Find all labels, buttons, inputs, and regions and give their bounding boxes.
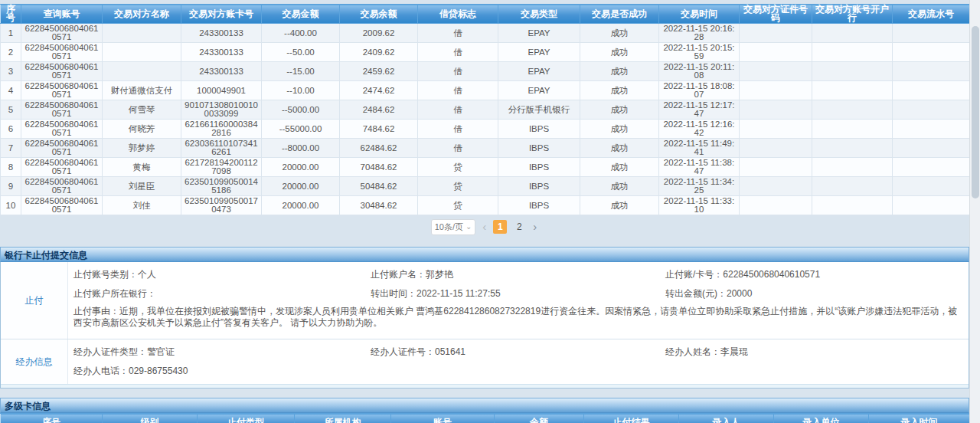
table-cell: --50.00 (262, 43, 340, 62)
table-cell: 6228450068040610571 (21, 139, 103, 158)
transactions-body: 16228450068040610571243300133--400.00200… (1, 24, 970, 215)
table-cell: --400.00 (262, 24, 340, 43)
table-cell (812, 100, 893, 120)
column-header[interactable]: 录入单位 (774, 414, 869, 423)
table-cell (812, 177, 893, 196)
table-cell: 7 (1, 139, 21, 158)
table-row[interactable]: 16228450068040610571243300133--400.00200… (1, 24, 970, 43)
column-header[interactable]: 交易对方账号开户行 (812, 5, 893, 24)
column-header[interactable]: 账号 (391, 414, 495, 423)
table-row[interactable]: 46228450068040610571财付通微信支付1000049901--1… (1, 81, 970, 100)
prev-page-button[interactable]: ‹ (481, 221, 488, 232)
table-cell: 成功 (580, 196, 659, 215)
table-cell: 1000049901 (181, 81, 262, 100)
column-header[interactable]: 序号 (1, 5, 21, 24)
table-cell: 10 (1, 196, 21, 215)
column-header[interactable]: 止付结果 (584, 414, 679, 423)
page: 序号查询账号交易对方名称交易对方账卡号交易金额交易余额借贷标志交易类型交易是否成… (0, 0, 969, 423)
panel-footer-strip (1, 384, 969, 388)
column-header[interactable]: 余额 (495, 414, 584, 423)
table-cell (103, 24, 181, 43)
table-cell: 财付通微信支付 (103, 81, 181, 100)
table-cell (740, 81, 812, 100)
vertical-scrollbar[interactable] (969, 0, 980, 423)
column-header[interactable]: 序号 (1, 414, 103, 423)
next-page-button[interactable]: › (531, 221, 538, 232)
column-header[interactable]: 交易是否成功 (580, 5, 659, 24)
column-header[interactable]: 止付类型 (198, 414, 295, 423)
table-cell: 4 (1, 81, 21, 100)
table-row[interactable]: 26228450068040610571243300133--50.002409… (1, 43, 970, 62)
table-row[interactable]: 56228450068040610571何雪琴90107130801001000… (1, 100, 970, 120)
column-header[interactable]: 借贷标志 (418, 5, 498, 24)
table-row[interactable]: 96228450068040610571刘星臣62350109905001451… (1, 177, 970, 196)
table-row[interactable]: 66228450068040610571何晓芳62166116000038428… (1, 120, 970, 139)
scrollbar-thumb[interactable] (972, 26, 979, 198)
section-label-stop-payment: 止付 (1, 262, 68, 339)
table-cell: 6 (1, 120, 21, 139)
column-header[interactable]: 交易时间 (659, 5, 740, 24)
column-header[interactable]: 交易余额 (340, 5, 418, 24)
table-cell: 70484.62 (340, 158, 418, 177)
table-cell: 2484.62 (340, 100, 418, 120)
table-cell: 何雪琴 (103, 100, 181, 120)
column-header[interactable]: 级别 (103, 414, 198, 423)
table-cell: 借 (418, 81, 498, 100)
table-cell: --5000.00 (262, 100, 340, 120)
column-header[interactable]: 查询账号 (21, 5, 103, 24)
stop-payment-fields-row1: 止付账号类别：个人止付账户名：郭梦艳止付账/卡号：622845006804061… (74, 264, 964, 283)
column-header[interactable]: 录入时间 (869, 414, 970, 423)
table-cell: 2022-11-15 11:49:41 (659, 139, 740, 158)
table-cell: 5 (1, 100, 21, 120)
table-cell (812, 81, 893, 100)
table-cell: EPAY (498, 24, 580, 43)
form-field: 止付账户名：郭梦艳 (371, 268, 665, 281)
table-cell: EPAY (498, 81, 580, 100)
page-number-1[interactable]: 1 (493, 220, 507, 234)
table-cell: 6217281942001127098 (181, 158, 262, 177)
table-cell: 借 (418, 100, 498, 120)
column-header[interactable]: 交易对方名称 (103, 5, 181, 24)
table-cell: 黄梅 (103, 158, 181, 177)
column-header[interactable]: 录入人 (679, 414, 774, 423)
table-row[interactable]: 106228450068040610571刘佳62350109905001704… (1, 196, 970, 215)
form-field: 经办人证件号：051641 (371, 346, 665, 359)
table-cell: 贷 (418, 177, 498, 196)
table-cell: 借 (418, 62, 498, 81)
stop-payment-panel: 银行卡止付提交信息 止付 止付账号类别：个人止付账户名：郭梦艳止付账/卡号：62… (0, 247, 969, 389)
table-cell (740, 62, 812, 81)
table-cell: 9010713080100100033099 (181, 100, 262, 120)
column-header[interactable]: 交易对方账卡号 (181, 5, 262, 24)
agent-fields-row1: 经办人证件类型：警官证经办人证件号：051641经办人姓名：李晨琨 (74, 341, 964, 360)
page-number-2[interactable]: 2 (512, 220, 526, 234)
table-row[interactable]: 76228450068040610571郭梦婷62303611010734162… (1, 139, 970, 158)
column-header[interactable]: 交易对方证件号码 (740, 5, 812, 24)
form-field: 经办人证件类型：警官证 (74, 346, 371, 359)
table-cell: 成功 (580, 120, 659, 139)
table-cell: 2022-11-15 20:11:08 (659, 62, 740, 81)
multi-card-panel: 多级卡信息 序号级别止付类型所属机构账号余额止付结果录入人录入单位录入时间 1一… (0, 398, 969, 423)
column-header[interactable]: 交易类型 (498, 5, 580, 24)
table-cell (812, 139, 893, 158)
column-header[interactable]: 交易流水号 (893, 5, 970, 24)
table-row[interactable]: 36228450068040610571243300133--15.002459… (1, 62, 970, 81)
table-cell (893, 177, 970, 196)
table-cell: 2022-11-15 20:16:28 (659, 24, 740, 43)
table-cell: 6230361101073416261 (181, 139, 262, 158)
table-cell: 6228450068040610571 (21, 158, 103, 177)
column-header[interactable]: 交易金额 (262, 5, 340, 24)
table-cell: 2 (1, 43, 21, 62)
table-cell: 243300133 (181, 62, 262, 81)
table-cell (812, 24, 893, 43)
page-size-select[interactable]: 10条/页 ⌄ (431, 219, 476, 235)
table-cell: 成功 (580, 177, 659, 196)
column-header[interactable]: 所属机构 (295, 414, 391, 423)
table-cell: 62484.62 (340, 139, 418, 158)
table-cell: 6216611600003842816 (181, 120, 262, 139)
table-row[interactable]: 86228450068040610571黄梅621728194200112709… (1, 158, 970, 177)
table-cell: 6228450068040610571 (21, 100, 103, 120)
table-cell: 借 (418, 139, 498, 158)
table-cell: 成功 (580, 81, 659, 100)
table-cell: 刘佳 (103, 196, 181, 215)
table-cell (740, 196, 812, 215)
